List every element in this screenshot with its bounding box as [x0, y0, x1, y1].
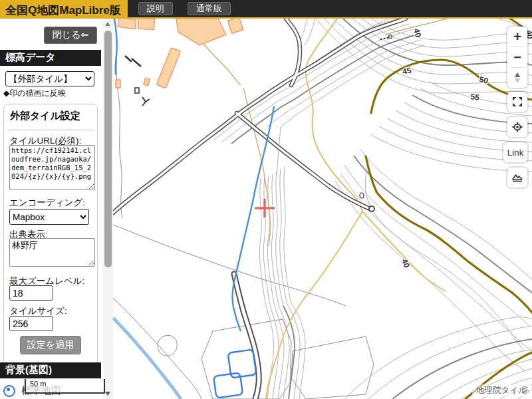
tile-size-input[interactable]: [9, 316, 53, 331]
geolocate-button[interactable]: [507, 117, 527, 137]
elevation-section-header: 標高データ: [0, 50, 101, 66]
up-triangle-icon: [105, 22, 110, 26]
map-canvas[interactable]: 40 45 50 55 40 45 40: [113, 19, 532, 399]
elevation-source-select[interactable]: 【外部タイル】: [5, 71, 94, 86]
nav-control-group: + −: [507, 27, 527, 88]
geolocate-icon: [512, 122, 523, 132]
fullscreen-icon: [512, 96, 523, 107]
top-bar: 全国Q地図MapLibre版 説明 通常版: [0, 0, 532, 19]
pitch-toggle-button[interactable]: [507, 68, 527, 88]
contour-label: 40: [400, 257, 412, 269]
map-scale-bar: 50 m: [25, 379, 105, 394]
fullscreen-button[interactable]: [507, 92, 527, 112]
contour-label: 40: [412, 27, 423, 39]
buildings: [116, 19, 243, 88]
pitch-arrows-icon: [512, 72, 523, 84]
contour-label: 45: [402, 66, 412, 76]
external-tile-panel: 外部タイル設定 タイルURL(必須): https://cf192141.clo…: [3, 104, 98, 378]
apply-settings-button[interactable]: 設定を適用: [20, 336, 81, 354]
field-boundaries: [113, 29, 374, 399]
down-triangle-icon: [105, 392, 110, 396]
link-control: Link: [503, 142, 527, 162]
contour-label: 55: [470, 92, 480, 102]
fullscreen-control: [507, 92, 527, 112]
geolocate-control: [507, 117, 527, 137]
contour-lines-bottom-road: [267, 303, 305, 399]
help-button[interactable]: 説明: [138, 2, 173, 15]
attribution-textarea[interactable]: 林野庁: [9, 238, 95, 267]
tile-url-textarea[interactable]: https://cf192141.cloudfree.jp/nagaoka/de…: [9, 145, 95, 190]
scrollbar-up-arrow[interactable]: [103, 19, 113, 29]
position-marker-icon: [255, 199, 275, 217]
water-lines: [113, 19, 274, 399]
encoding-label: エンコーディング:: [9, 197, 85, 209]
link-button[interactable]: Link: [503, 142, 527, 162]
zoom-in-button[interactable]: +: [507, 27, 527, 47]
sidebar-close-button[interactable]: 閉じる⇐: [44, 27, 97, 44]
app-title: 全国Q地図MapLibre版: [0, 0, 128, 19]
sidebar: 閉じる⇐ 標高データ 【外部タイル】 ◆印の描画に反映 外部タイル設定 タイルU…: [0, 19, 113, 399]
sidebar-scrollbar[interactable]: [103, 19, 113, 399]
zoom-out-button[interactable]: −: [507, 47, 527, 67]
dead-end-circle: [369, 206, 374, 211]
elevation-note: ◆印の描画に反映: [3, 88, 66, 99]
terrain-button[interactable]: [507, 168, 527, 188]
contour-lines-top: [316, 19, 532, 93]
app-window: 40 45 50 55 40 45 40 + −: [0, 0, 532, 399]
normal-version-button[interactable]: 通常版: [188, 2, 231, 15]
encoding-select[interactable]: Mapbox: [9, 209, 89, 225]
contour-lines-gully: [259, 166, 291, 311]
terrain-control: [507, 168, 527, 188]
background-section-header: 背景(基図): [0, 362, 101, 378]
panel-heading: 外部タイル設定: [10, 110, 80, 122]
map-attribution[interactable]: 地理院タイル: [472, 384, 531, 397]
map-container: 40 45 50 55 40 45 40 + −: [113, 19, 532, 399]
sidebar-content: 閉じる⇐ 標高データ 【外部タイル】 ◆印の描画に反映 外部タイル設定 タイルU…: [0, 19, 103, 399]
scrollbar-thumb[interactable]: [104, 31, 112, 267]
max-zoom-input[interactable]: [9, 285, 53, 301]
terrain-icon: [511, 172, 523, 183]
contour-lines-bowl: [335, 82, 532, 371]
basemap-radio[interactable]: [3, 385, 15, 397]
panel-divider: [9, 130, 92, 130]
